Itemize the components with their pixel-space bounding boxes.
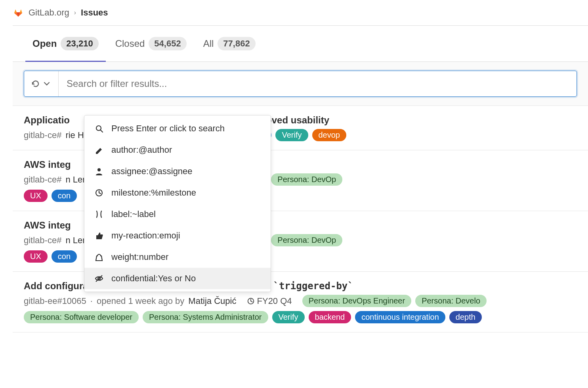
clock-icon xyxy=(94,188,104,197)
filter-bar-container xyxy=(13,62,588,106)
issue-label[interactable]: Persona: Develo xyxy=(415,295,487,307)
issue-author[interactable]: Matija Čupić xyxy=(188,296,236,306)
tab-all-label: All xyxy=(203,38,214,49)
issue-labels-row2: Persona: Software developer Persona: Sys… xyxy=(24,311,577,323)
issue-label[interactable]: backend xyxy=(309,311,351,323)
tab-closed-label: Closed xyxy=(115,38,145,49)
filter-suggestion-pencil[interactable]: author:@author xyxy=(84,139,271,161)
tab-closed-count: 54,652 xyxy=(149,37,186,50)
tab-all-count: 77,862 xyxy=(218,37,255,50)
search-input[interactable] xyxy=(59,71,577,96)
gitlab-logo-icon xyxy=(13,7,24,18)
filter-suggestion-text: weight:number xyxy=(111,252,168,262)
chevron-down-icon xyxy=(42,79,51,88)
history-icon xyxy=(31,79,40,88)
breadcrumb: GitLab.org › Issues xyxy=(0,0,588,25)
breadcrumb-separator-icon: › xyxy=(74,9,76,16)
issue-label[interactable]: con xyxy=(52,190,77,202)
filter-suggestion-eye-slash[interactable]: confidential:Yes or No xyxy=(84,268,271,289)
issue-label[interactable]: UX xyxy=(24,250,48,263)
issue-ref[interactable]: gitlab-ce# xyxy=(24,175,61,185)
issue-label[interactable]: Persona: Systems Administrator xyxy=(143,311,268,323)
tab-open[interactable]: Open 23,210 xyxy=(32,37,99,61)
eye-slash-icon xyxy=(94,274,104,283)
breadcrumb-org[interactable]: GitLab.org xyxy=(29,8,69,18)
filter-suggestion-text: author:@author xyxy=(111,145,172,155)
filter-suggestion-thumb[interactable]: my-reaction:emoji xyxy=(84,225,271,246)
weight-icon xyxy=(94,253,104,261)
filter-suggestion-text: milestone:%milestone xyxy=(111,188,196,198)
search-history-button[interactable] xyxy=(24,71,59,96)
filter-bar xyxy=(24,71,577,97)
issue-ref[interactable]: gitlab-ce# xyxy=(24,235,61,246)
issue-label[interactable]: UX xyxy=(24,190,48,202)
tab-open-count: 23,210 xyxy=(61,37,98,50)
issue-milestone[interactable]: FY20 Q4 xyxy=(247,296,292,306)
filter-suggestion-text: label:~label xyxy=(111,209,156,219)
pencil-icon xyxy=(94,146,104,154)
clock-icon xyxy=(247,297,255,305)
issue-label[interactable]: devop xyxy=(312,129,347,141)
filter-suggestion-tag[interactable]: label:~label xyxy=(84,204,271,225)
issue-label[interactable]: continuous integration xyxy=(355,311,445,323)
filter-suggestion-text: confidential:Yes or No xyxy=(111,273,196,284)
filter-suggestion-weight[interactable]: weight:number xyxy=(84,246,271,268)
filter-suggestion-person[interactable]: assignee:@assignee xyxy=(84,161,271,182)
issue-meta: gitlab-ee#10065 · opened 1 week ago by M… xyxy=(24,295,577,307)
person-icon xyxy=(94,167,104,176)
issue-ref[interactable]: gitlab-ee#10065 xyxy=(24,296,86,306)
tag-icon xyxy=(94,210,104,219)
filter-suggestion-text: Press Enter or click to search xyxy=(111,123,225,134)
tab-all[interactable]: All 77,862 xyxy=(203,37,256,61)
issue-label[interactable]: con xyxy=(52,250,77,263)
issue-state-tabs: Open 23,210 Closed 54,652 All 77,862 xyxy=(13,26,588,62)
issue-label[interactable]: Persona: DevOp xyxy=(271,234,342,246)
breadcrumb-current: Issues xyxy=(81,8,108,18)
search-filter-dropdown: Press Enter or click to searchauthor:@au… xyxy=(84,115,271,292)
filter-suggestion-text: assignee:@assignee xyxy=(111,166,193,177)
filter-suggestion-search[interactable]: Press Enter or click to search xyxy=(84,118,271,139)
search-icon xyxy=(94,124,104,133)
issue-ref[interactable]: gitlab-ce# xyxy=(24,130,61,140)
issue-label[interactable]: Persona: DevOps Engineer xyxy=(302,295,411,307)
issue-label[interactable]: Verify xyxy=(272,311,305,323)
issue-label[interactable]: Persona: Software developer xyxy=(24,311,139,323)
issue-label[interactable]: Verify xyxy=(275,129,308,141)
thumb-icon xyxy=(94,231,104,240)
filter-suggestion-text: my-reaction:emoji xyxy=(111,230,180,241)
tab-open-label: Open xyxy=(32,38,57,49)
issue-label[interactable]: Persona: DevOp xyxy=(271,173,342,186)
filter-suggestion-clock[interactable]: milestone:%milestone xyxy=(84,182,271,204)
tab-closed[interactable]: Closed 54,652 xyxy=(115,37,187,61)
issue-label[interactable]: depth xyxy=(449,311,482,323)
